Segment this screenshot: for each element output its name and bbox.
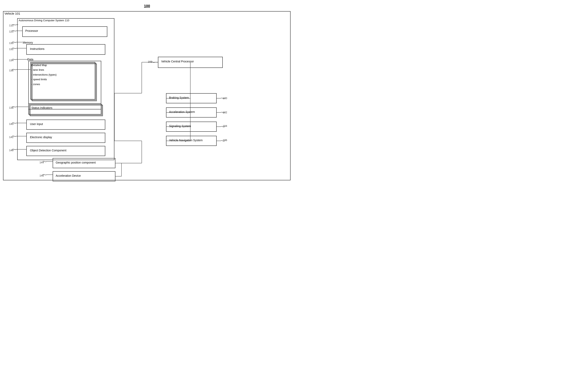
user-input-label: User input xyxy=(30,122,43,126)
instructions-label: Instructions xyxy=(30,47,45,50)
figure-number: 100 xyxy=(0,0,294,8)
ref-144: 144 xyxy=(39,161,44,164)
processor-label: Processor xyxy=(25,29,38,32)
ref-148: 148 xyxy=(9,149,14,152)
ref-184: 184 xyxy=(223,124,227,128)
data-label: Data xyxy=(27,58,33,61)
map-item-2: - intersections (types) xyxy=(31,72,56,77)
ref-134: 134 xyxy=(9,59,14,62)
map-item-4: - zones xyxy=(31,82,56,87)
ref-142: 142 xyxy=(9,136,14,138)
ref-132: 132 xyxy=(9,48,14,51)
signal-label: Signaling System xyxy=(169,124,191,128)
ref-110: 110 xyxy=(9,24,14,27)
vnav-label: Vehicle Navigation System xyxy=(169,138,203,142)
accel-device-label: Acceleration Device xyxy=(56,174,81,177)
ref-186: 186 xyxy=(223,138,227,142)
vcp-label: Vehicle Central Processor xyxy=(161,60,194,63)
status-label: Status indicators xyxy=(31,106,53,110)
vehicle-label: Vehicle 101 xyxy=(4,12,20,15)
detailed-map-title: Detailed Map xyxy=(31,63,56,67)
adcs-label: Autonomous Driving Computer System 110 xyxy=(19,19,69,22)
object-detection-label: Object Detection Component xyxy=(30,149,66,152)
electronic-display-label: Electronic display xyxy=(30,136,52,139)
ref-180: 180 xyxy=(223,97,227,100)
ref-136: 136 xyxy=(9,69,14,72)
ref-130: 130 xyxy=(9,42,14,45)
ref-140: 140 xyxy=(9,122,14,125)
map-content: Detailed Map - lane lines - intersection… xyxy=(31,63,56,87)
accel-system-label: Acceleration System xyxy=(169,110,195,113)
map-item-3: - speed limits xyxy=(31,77,56,82)
ref-160: 160 xyxy=(148,60,152,63)
ref-146: 146 xyxy=(39,174,44,177)
ref-138: 138 xyxy=(9,106,14,109)
diagram-container: 100 Vehicle 101 Autonomous Driving Compu… xyxy=(0,0,294,184)
braking-label: Braking System xyxy=(169,96,189,99)
geo-position-label: Geographic position component xyxy=(56,161,96,164)
memory-label: Memory xyxy=(23,41,33,44)
ref-120: 120 xyxy=(9,30,14,33)
ref-182: 182 xyxy=(223,111,227,114)
map-item-1: - lane lines xyxy=(31,67,56,72)
